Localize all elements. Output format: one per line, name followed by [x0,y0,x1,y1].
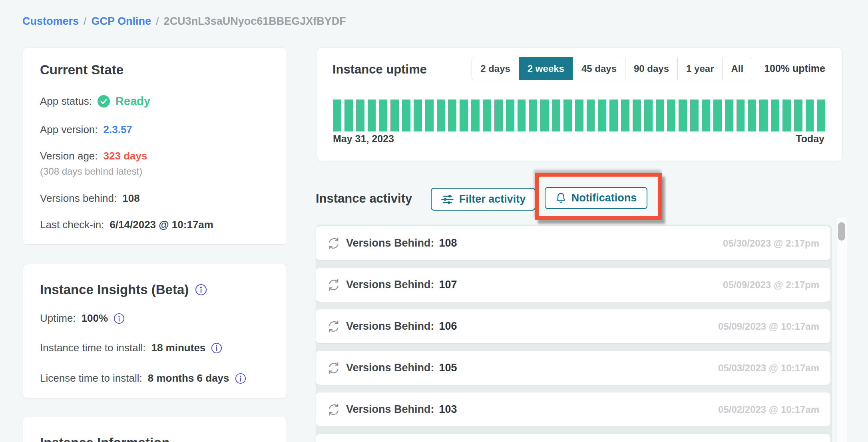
activity-row-label: Versions Behind: [346,279,434,291]
activity-row-label: Versions Behind: [346,403,434,416]
uptime-range-button[interactable]: 2 weeks [519,57,573,80]
activity-row: Versions Behind: 106 05/09/2023 @ 10:17a… [316,309,830,343]
activity-row-label: Versions Behind: [346,237,434,249]
uptime-range-button[interactable]: All [722,57,752,80]
uptime-bar [575,100,583,131]
scrollbar-track[interactable] [836,218,847,442]
uptime-bar [483,100,491,131]
sync-icon [327,403,340,416]
notifications-button[interactable]: Notifications [545,187,647,209]
uptime-bar [679,100,687,131]
uptime-bar [552,100,560,131]
notifications-label: Notifications [571,192,637,204]
breadcrumb-separator: / [84,15,87,28]
activity-row-value: 103 [439,403,457,416]
uptime-bar [563,100,572,131]
uptime-bar [644,100,653,131]
uptime-bar [817,100,825,131]
uptime-bar [368,100,376,131]
activity-row-timestamp: 05/02/2023 @ 10:17am [718,404,819,415]
activity-row: Versions Behind: 103 05/02/2023 @ 10:17a… [316,392,830,426]
uptime-range-group: 2 days2 weeks45 days90 days1 yearAll [472,57,752,80]
uptime-bar [690,100,699,131]
activity-row-value: 108 [439,237,457,249]
page: Customers / GCP Online / 2CU3nL3saUNyoc6… [0,0,868,442]
uptime-bar [529,100,537,131]
uptime-summary: 100% uptime [764,63,825,74]
uptime-bar [518,100,526,131]
info-icon[interactable] [195,284,207,296]
instance-information-card: Instance Information [23,417,287,442]
activity-row-timestamp: 05/09/2023 @ 10:17am [718,321,819,332]
uptime-bar [737,100,745,131]
activity-row-label: Versions Behind: [346,320,434,332]
filter-activity-label: Filter activity [459,193,526,205]
uptime-bar [587,100,595,131]
sliders-icon [441,194,454,205]
app-status-value: Ready [115,95,150,108]
uptime-bar [437,100,445,131]
activity-row-timestamp: 05/09/2023 @ 2:17pm [723,279,819,291]
activity-row-timestamp: 05/30/2023 @ 2:17pm [723,238,819,249]
scrollbar-thumb[interactable] [838,222,845,241]
app-status-row: App status: Ready [40,95,150,108]
uptime-bar [506,100,514,131]
uptime-bar [356,100,364,131]
last-checkin-row: Last check-in: 6/14/2023 @ 10:17am [40,219,213,231]
uptime-bar [667,100,675,131]
uptime-controls: 2 days2 weeks45 days90 days1 yearAll 100… [472,57,825,80]
uptime-bar [598,100,606,131]
uptime-bar [609,100,618,131]
uptime-bar [759,100,768,131]
breadcrumb: Customers / GCP Online / 2CU3nL3saUNyoc6… [22,15,346,28]
uptime-bar [771,100,779,131]
activity-row: Versions Behind: 108 05/30/2023 @ 2:17pm [316,226,830,260]
sync-icon [327,361,340,375]
uptime-bar [748,100,756,131]
instance-information-title: Instance Information [40,435,170,442]
activity-row-partial [316,434,830,442]
sync-icon [327,320,340,333]
current-state-title: Current State [40,62,123,78]
license-install-row: License time to install: 8 months 6 days [40,372,246,384]
version-age-note: (308 days behind latest) [40,166,142,177]
uptime-bar [725,100,733,131]
instance-insights-title: Instance Insights (Beta) [40,282,189,297]
activity-row-value: 105 [439,362,457,374]
activity-row-timestamp: 05/03/2023 @ 10:17am [718,362,819,374]
uptime-bar [713,100,722,131]
uptime-bar [656,100,664,131]
uptime-bar [344,100,353,131]
uptime-bar [448,100,456,131]
versions-behind-row: Versions behind: 108 [40,192,140,205]
filter-activity-button[interactable]: Filter activity [431,188,536,211]
uptime-range-button[interactable]: 45 days [573,57,625,80]
breadcrumb-instance-id: 2CU3nL3saUNyoc61BBEGJXfBYDF [164,15,346,28]
info-icon[interactable] [211,342,222,354]
instance-install-value: 18 minutes [151,342,205,354]
info-icon[interactable] [113,313,125,324]
activity-row: Versions Behind: 107 05/09/2023 @ 2:17pm [316,268,830,302]
sync-icon [327,237,340,250]
app-version-value[interactable]: 2.3.57 [104,123,132,136]
versions-behind-label: Versions behind: [40,192,117,205]
uptime-bar [702,100,710,131]
bell-icon [555,192,566,204]
uptime-bar [806,100,814,131]
breadcrumb-link-customer[interactable]: GCP Online [92,15,151,28]
uptime-bar [460,100,468,131]
uptime-range-button[interactable]: 90 days [625,57,677,80]
breadcrumb-link-customers[interactable]: Customers [22,15,79,28]
version-age-value: 323 days [104,150,147,162]
uptime-range-button[interactable]: 1 year [677,57,722,80]
last-checkin-label: Last check-in: [40,219,104,231]
app-status-label: App status: [40,95,92,108]
info-icon[interactable] [235,373,246,384]
instance-insights-title-row: Instance Insights (Beta) [40,282,207,297]
uptime-bar [471,100,480,131]
uptime-bar [425,100,434,131]
instance-uptime-title: Instance uptime [332,62,427,77]
uptime-bar [333,100,341,131]
activity-row-value: 107 [439,279,457,291]
uptime-range-button[interactable]: 2 days [472,57,519,80]
